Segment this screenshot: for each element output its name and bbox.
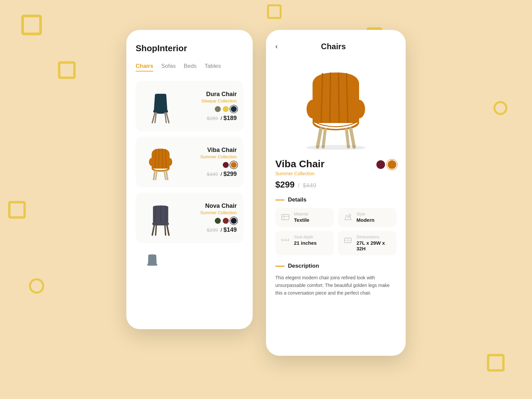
color-swatches-nova <box>186 218 237 224</box>
product-name-nova: Nova Chair <box>186 202 237 209</box>
back-button[interactable]: ‹ <box>275 42 278 51</box>
swatch-gold[interactable] <box>223 106 229 112</box>
svg-point-32 <box>306 145 366 150</box>
detail-chair-name: Viba Chair <box>275 158 325 170</box>
price-old-dura: $289 <box>207 115 218 121</box>
description-section-header: Description <box>275 263 396 269</box>
tile-style: Style Modern <box>338 208 396 227</box>
detail-price-new: $299 <box>275 180 295 190</box>
product-image-viba <box>139 142 182 182</box>
deco-circle-bl <box>27 276 47 296</box>
viba-chair-hero <box>289 63 382 150</box>
svg-rect-33 <box>282 214 289 220</box>
price-new-viba: $299 <box>223 171 237 177</box>
product-card-dura[interactable]: Dura Chair Steepar Collection $289 / $18… <box>136 81 243 131</box>
tile-material: Material Textile <box>275 208 334 227</box>
product-info-viba: Viba Chair Summer Collection $449 / $299 <box>186 147 237 178</box>
svg-line-18 <box>156 171 157 180</box>
deco-square-br <box>485 352 509 376</box>
svg-point-27 <box>353 100 365 118</box>
tile-value-seat-depth: 21 inches <box>294 240 317 246</box>
app-title: ShopInterior <box>136 43 243 54</box>
description-text: This elegent modern chair joins refined … <box>275 274 396 297</box>
product-info-dura: Dura Chair Steepar Collection $289 / $18… <box>186 91 237 122</box>
tile-value-style: Modern <box>356 217 374 223</box>
detail-header: ‹ Chairs <box>266 30 406 57</box>
product-collection-nova: Summer Collection <box>186 210 237 215</box>
product-collection-dura: Steepar Collection <box>186 98 237 103</box>
product-price-dura: $289 / $189 <box>186 115 237 122</box>
tile-label-dimensions: Dimesnsions <box>356 235 392 239</box>
swatch-olive[interactable] <box>215 106 221 112</box>
tab-chairs[interactable]: Chairs <box>136 63 153 71</box>
detail-color-swatches <box>376 160 396 169</box>
style-icon <box>342 212 353 222</box>
swatch-red[interactable] <box>223 218 229 224</box>
deco-square-left-mid <box>57 60 80 83</box>
svg-line-10 <box>152 113 155 123</box>
tile-value-material: Textile <box>294 217 309 223</box>
seat-depth-icon <box>280 235 291 245</box>
svg-line-11 <box>166 113 169 123</box>
tile-label-material: Material <box>294 212 309 216</box>
tile-info-seat-depth: Seat depth 21 inches <box>294 235 317 246</box>
swatch-burgundy[interactable] <box>223 162 229 168</box>
swatch-black[interactable] <box>231 218 237 224</box>
product-card-partial <box>136 248 243 272</box>
product-name-dura: Dura Chair <box>186 91 237 98</box>
details-grid: Material Textile Style <box>275 208 396 255</box>
product-image-nova <box>139 198 182 238</box>
svg-line-29 <box>351 129 354 147</box>
product-price-viba: $449 / $299 <box>186 171 237 178</box>
swatch-green[interactable] <box>215 218 221 224</box>
svg-line-23 <box>156 225 156 235</box>
svg-point-4 <box>30 279 43 293</box>
svg-rect-25 <box>147 264 157 266</box>
detail-price-row: $299 / $449 <box>275 180 396 190</box>
svg-line-28 <box>318 129 321 147</box>
tab-sofas[interactable]: Sofas <box>161 63 176 71</box>
color-swatches-dura <box>186 106 237 112</box>
product-card-viba[interactable]: Viba Chair Summer Collection $449 / $299 <box>136 137 243 187</box>
detail-swatch-burgundy[interactable] <box>376 160 385 169</box>
svg-line-22 <box>167 225 169 235</box>
tab-beds[interactable]: Beds <box>184 63 197 71</box>
hero-image-area <box>266 57 406 153</box>
detail-price-old: $449 <box>303 182 316 189</box>
detail-content: Viba Chair Summer Collection $299 / $449… <box>266 153 406 304</box>
viba-chair-illustration <box>142 144 179 180</box>
tile-value-dimensions: 27L x 29W x 32H <box>356 240 392 251</box>
swatch-orange[interactable] <box>231 162 237 168</box>
tile-info-dimensions: Dimesnsions 27L x 29W x 32H <box>356 235 392 251</box>
tile-seat-depth: Seat depth 21 inches <box>275 231 334 255</box>
detail-collection: Summer Collection <box>275 171 396 176</box>
deco-square-ml <box>7 200 30 223</box>
description-section-line <box>275 266 285 267</box>
svg-point-26 <box>307 100 319 118</box>
svg-line-30 <box>323 130 325 147</box>
tile-label-style: Style <box>356 212 374 216</box>
svg-rect-5 <box>488 355 503 370</box>
product-price-nova: $299 / $149 <box>186 226 237 233</box>
tile-dimensions: Dimesnsions 27L x 29W x 32H <box>338 231 396 255</box>
material-icon <box>280 212 291 222</box>
description-section-label: Description <box>288 263 319 269</box>
svg-rect-0 <box>23 16 41 34</box>
product-card-nova[interactable]: Nova Chair Summer Collection $299 / $149 <box>136 193 243 243</box>
product-name-viba: Viba Chair <box>186 147 237 154</box>
price-old-viba: $449 <box>207 171 218 177</box>
details-section-header: Details <box>275 197 396 203</box>
detail-swatch-orange[interactable] <box>388 160 396 169</box>
svg-line-21 <box>152 225 154 235</box>
tile-label-seat-depth: Seat depth <box>294 235 317 239</box>
dimensions-icon <box>342 235 353 245</box>
tile-info-material: Material Textile <box>294 212 309 223</box>
svg-point-15 <box>167 158 172 166</box>
svg-rect-7 <box>59 63 74 78</box>
tab-tables[interactable]: Tables <box>204 63 221 71</box>
details-section-line <box>275 200 285 200</box>
swatch-navy[interactable] <box>231 106 237 112</box>
svg-point-2 <box>494 102 506 114</box>
phone-right: ‹ Chairs <box>266 30 406 356</box>
product-collection-viba: Summer Collection <box>186 154 237 159</box>
